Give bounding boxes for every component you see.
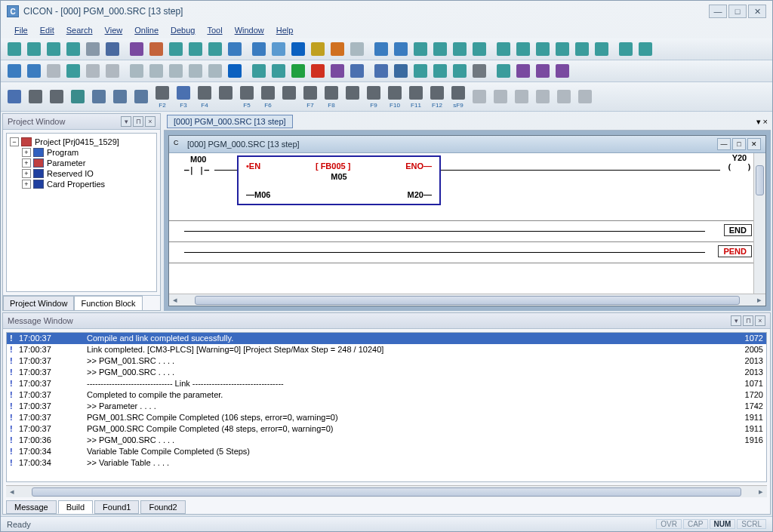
toolbar-button[interactable] xyxy=(617,40,635,58)
toolbar-button[interactable] xyxy=(494,40,513,58)
menu-edit[interactable]: Edit xyxy=(34,24,60,36)
toolbar-button[interactable] xyxy=(343,84,362,102)
toolbar-button[interactable] xyxy=(153,84,171,102)
toolbar-button[interactable] xyxy=(534,88,552,106)
message-row[interactable]: !17:00:37>> PGM_000.SRC . . . .2013 xyxy=(7,367,766,378)
tree-item[interactable]: +Reserved IO xyxy=(10,168,153,179)
toolbar-button[interactable] xyxy=(206,62,224,80)
toolbar-button[interactable] xyxy=(217,84,235,102)
toolbar-button[interactable] xyxy=(470,40,488,58)
toolbar-button[interactable] xyxy=(280,84,298,102)
message-tab[interactable]: Build xyxy=(58,500,93,514)
message-list[interactable]: !17:00:37Compile and link completed suce… xyxy=(6,332,767,482)
toolbar-button[interactable] xyxy=(392,40,410,58)
toolbar-button[interactable] xyxy=(226,40,244,58)
toolbar-button[interactable] xyxy=(5,62,23,80)
message-row[interactable]: !17:00:37>> Parameter . . . .1742 xyxy=(7,401,766,412)
toolbar-button[interactable] xyxy=(407,84,425,102)
toolbar-button[interactable] xyxy=(576,88,594,106)
toolbar-button[interactable] xyxy=(553,40,571,58)
toolbar-button[interactable] xyxy=(392,62,410,80)
toolbar-button[interactable] xyxy=(328,62,346,80)
message-tab[interactable]: Found1 xyxy=(94,500,139,514)
doc-dropdown-button[interactable]: ▾ xyxy=(756,117,761,127)
toolbar-button[interactable] xyxy=(573,40,591,58)
horizontal-scrollbar[interactable]: ◂ ▸ xyxy=(169,294,765,306)
toolbar-button[interactable] xyxy=(250,62,268,80)
toolbar-button[interactable] xyxy=(5,40,23,58)
message-tab[interactable]: Message xyxy=(6,500,57,514)
toolbar-button[interactable] xyxy=(45,62,63,80)
tree-expand-icon[interactable]: + xyxy=(22,148,31,157)
tree-item[interactable]: +Parameter xyxy=(10,158,153,168)
toolbar-button[interactable] xyxy=(636,40,654,58)
tree-item[interactable]: +Card Properties xyxy=(10,179,153,189)
toolbar-button[interactable] xyxy=(26,88,45,106)
function-block[interactable]: •EN [ FB005 ] ENO— M05 —M06 M20— xyxy=(237,155,441,205)
toolbar-button[interactable] xyxy=(147,62,165,80)
menu-debug[interactable]: Debug xyxy=(165,24,201,36)
toolbar-button[interactable] xyxy=(534,62,552,80)
sub-close-button[interactable]: ✕ xyxy=(747,138,761,150)
vertical-scrollbar[interactable] xyxy=(753,153,765,294)
message-row[interactable]: !17:00:37-------------------------------… xyxy=(7,378,766,389)
tree-expand-icon[interactable]: + xyxy=(22,169,31,178)
toolbar-button[interactable] xyxy=(174,84,192,102)
toolbar-button[interactable] xyxy=(289,62,307,80)
toolbar-button[interactable] xyxy=(69,88,87,106)
menu-window[interactable]: Window xyxy=(229,24,270,36)
toolbar-button[interactable] xyxy=(5,88,23,106)
toolbar-button[interactable] xyxy=(238,84,256,102)
toolbar-button[interactable] xyxy=(103,40,122,58)
toolbar-button[interactable] xyxy=(555,88,573,106)
toolbar-button[interactable] xyxy=(593,40,611,58)
toolbar-button[interactable] xyxy=(449,84,467,102)
toolbar-button[interactable] xyxy=(167,62,185,80)
document-tab[interactable]: [000] PGM_000.SRC [13 step] xyxy=(167,115,293,128)
tree-expand-icon[interactable]: + xyxy=(22,158,31,168)
toolbar-button[interactable] xyxy=(64,62,82,80)
toolbar-button[interactable] xyxy=(206,40,224,58)
toolbar-button[interactable] xyxy=(84,62,102,80)
toolbar-button[interactable] xyxy=(250,40,268,58)
toolbar-button[interactable] xyxy=(431,40,449,58)
tree-root[interactable]: − Project [Prj0415_1529] xyxy=(10,137,153,147)
message-row[interactable]: !17:00:34Variable Table Compile Complete… xyxy=(7,446,766,457)
message-row[interactable]: !17:00:37Compile and link completed suce… xyxy=(7,333,766,344)
toolbar-button[interactable] xyxy=(196,84,214,102)
toolbar-button[interactable] xyxy=(451,40,469,58)
close-button[interactable]: ✕ xyxy=(748,5,766,18)
tree-expand-icon[interactable]: + xyxy=(22,180,31,189)
toolbar-button[interactable] xyxy=(411,62,430,80)
maximize-button[interactable]: □ xyxy=(728,5,747,18)
toolbar-button[interactable] xyxy=(84,40,102,58)
toolbar-button[interactable] xyxy=(372,62,390,80)
project-tab[interactable]: Project Window xyxy=(3,296,74,310)
toolbar-button[interactable] xyxy=(167,40,185,58)
toolbar-button[interactable] xyxy=(348,62,366,80)
menu-online[interactable]: Online xyxy=(128,24,165,36)
toolbar-button[interactable] xyxy=(534,40,552,58)
toolbar-button[interactable] xyxy=(494,62,513,80)
toolbar-button[interactable] xyxy=(186,62,205,80)
toolbar-button[interactable] xyxy=(25,40,43,58)
toolbar-button[interactable] xyxy=(470,88,488,106)
toolbar-button[interactable] xyxy=(470,62,488,80)
menu-help[interactable]: Help xyxy=(270,24,300,36)
toolbar-button[interactable] xyxy=(491,88,510,106)
toolbar-button[interactable] xyxy=(431,62,449,80)
toolbar-button[interactable] xyxy=(186,40,205,58)
contact-symbol[interactable]: —| |— xyxy=(184,165,209,175)
toolbar-button[interactable] xyxy=(322,84,340,102)
doc-close-button[interactable]: × xyxy=(763,117,768,127)
message-row[interactable]: !17:00:34>> Variable Table . . . . xyxy=(7,457,766,469)
message-row[interactable]: !17:00:37PGM_000.SRC Compile Completed (… xyxy=(7,423,766,435)
message-tab[interactable]: Found2 xyxy=(140,500,185,514)
toolbar-button[interactable] xyxy=(103,62,122,80)
toolbar-button[interactable] xyxy=(309,40,327,58)
toolbar-button[interactable] xyxy=(514,40,532,58)
ladder-diagram[interactable]: M00 —| |— •EN [ FB005 ] ENO— M05 xyxy=(169,153,765,294)
toolbar-button[interactable] xyxy=(301,84,319,102)
message-row[interactable]: !17:00:37Completed to compile the parame… xyxy=(7,389,766,401)
toolbar-button[interactable] xyxy=(428,84,446,102)
